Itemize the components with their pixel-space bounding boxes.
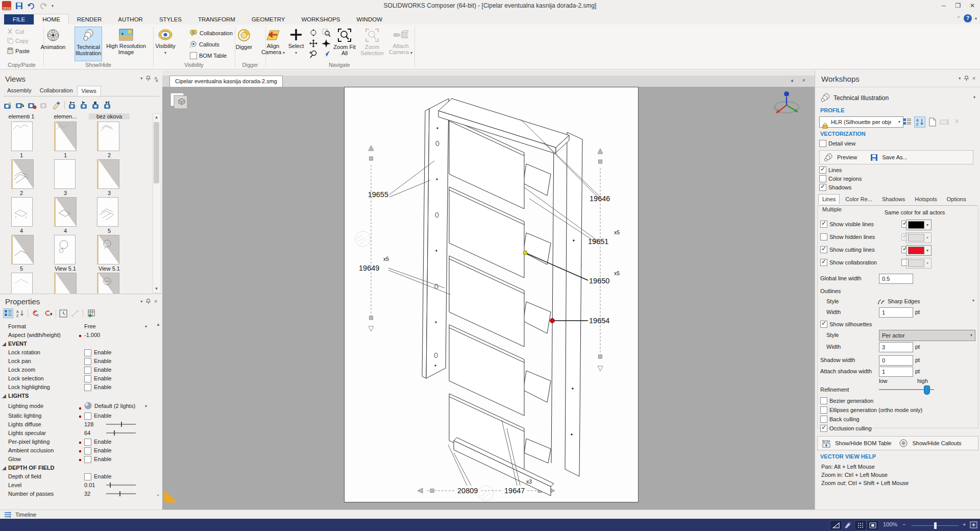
zoom-fit-button[interactable] [968, 520, 979, 529]
create-view-icon[interactable] [3, 101, 12, 109]
zoom-area-icon[interactable] [322, 29, 330, 37]
expand-event-icon[interactable]: E [31, 309, 40, 318]
property-row[interactable]: Aspect (width/height)-1.000 [0, 331, 153, 340]
view-thumbnail[interactable] [97, 122, 119, 151]
per-pixel-lighting-checkbox[interactable] [84, 439, 91, 446]
tab-home[interactable]: HOME [34, 14, 69, 25]
collaboration-toggle[interactable]: Collaboration [190, 30, 233, 36]
outlines-style-combo[interactable]: Sharp Edges [888, 298, 920, 304]
views-tab-views[interactable]: Views [77, 86, 101, 96]
zoom-in-icon[interactable]: + [963, 521, 966, 527]
dof-passes-slider[interactable] [106, 493, 136, 494]
view-caption[interactable]: 3 [89, 190, 130, 196]
bom-table-checkbox[interactable] [190, 52, 197, 59]
back-culling-checkbox[interactable] [820, 416, 827, 423]
timeline-bar[interactable]: Timeline [0, 510, 980, 519]
view-thumbnail[interactable] [97, 235, 119, 264]
tab-author[interactable]: AUTHOR [110, 14, 151, 25]
scroll-up-icon[interactable]: ▲ [153, 114, 160, 121]
view-caption[interactable]: 2 [1, 190, 42, 196]
view-thumbnail[interactable] [11, 273, 33, 294]
paste-button[interactable]: Paste [7, 47, 30, 54]
detail-view-row[interactable]: Detail view [815, 140, 980, 147]
view-thumbnail[interactable] [11, 122, 33, 151]
update-all-views-icon[interactable] [28, 101, 37, 109]
properties-scroll-down-icon[interactable]: ⌄ [156, 491, 160, 497]
workshops-panel-menu-icon[interactable]: ▾ [959, 76, 961, 81]
lights-diffuse-slider[interactable] [106, 424, 136, 425]
property-row[interactable]: FormatFree▾ [0, 322, 153, 331]
properties-panel-close-icon[interactable]: × [154, 299, 157, 304]
view-thumbnail[interactable] [11, 159, 34, 189]
lights-specular-slider[interactable] [106, 432, 136, 433]
animation-button[interactable]: Animation [38, 29, 68, 50]
property-row[interactable]: GlowEnable [0, 455, 153, 464]
lines-checkbox[interactable] [819, 166, 826, 174]
property-row[interactable]: Level0.01 [0, 481, 153, 490]
show-silhouettes-checkbox[interactable] [820, 321, 827, 328]
history-icon[interactable] [59, 309, 68, 318]
callouts-toggle[interactable]: Callouts [190, 41, 219, 47]
property-row[interactable]: Ambient occlusionEnable [0, 446, 153, 455]
static-lighting-checkbox[interactable] [84, 413, 91, 420]
callout-label[interactable]: 19647 [503, 487, 526, 495]
property-row[interactable]: Lock zoomEnable [0, 366, 153, 375]
lock-pan-checkbox[interactable] [84, 358, 91, 365]
view-thumbnail[interactable] [11, 197, 33, 227]
detail-view-checkbox[interactable] [819, 140, 826, 147]
digger-button[interactable]: Digger [229, 29, 259, 50]
views-scrollbar-thumb[interactable] [154, 122, 159, 183]
ambient-occlusion-checkbox[interactable] [84, 447, 91, 454]
view-caption[interactable]: 1 [45, 152, 86, 158]
scroll-down-icon[interactable]: ▼ [153, 285, 160, 293]
silhouettes-style-combo[interactable]: Per actor▾ [879, 330, 975, 341]
back-culling-row[interactable]: Back culling [815, 416, 980, 423]
tabstrip-close2-icon[interactable]: × [802, 77, 805, 83]
fly-icon[interactable] [322, 50, 330, 57]
profile-sort-icon[interactable]: AZ [914, 116, 925, 128]
occlusion-culling-row[interactable]: Occlusion culling [815, 425, 980, 432]
views-panel-pin-icon[interactable] [146, 76, 151, 81]
tabstrip-close-icon[interactable]: × [155, 78, 158, 84]
expand-all-icon[interactable] [43, 309, 53, 318]
timeline-label[interactable]: Timeline [15, 512, 36, 518]
play-first-view-icon[interactable] [68, 101, 77, 109]
tab-options[interactable]: Options [943, 194, 970, 204]
profile-new-icon[interactable] [928, 117, 937, 127]
show-cutting-lines-checkbox[interactable] [820, 246, 827, 253]
refinement-slider[interactable] [879, 389, 934, 390]
properties-panel-menu-icon[interactable]: ▾ [140, 299, 142, 304]
attach-shadow-width-input[interactable]: 1 [879, 367, 913, 377]
show-collaboration-checkbox[interactable] [820, 259, 827, 266]
view-caption[interactable]: 2 [89, 152, 130, 158]
tab-lines[interactable]: Lines [818, 194, 840, 204]
save-as-button[interactable]: Save As... [882, 154, 908, 160]
paint-view-icon[interactable] [52, 101, 61, 109]
dof-level-slider[interactable] [106, 485, 136, 486]
play-view-icon[interactable] [80, 101, 88, 109]
zoom-slider-handle[interactable] [934, 522, 937, 529]
orientation-compass[interactable] [770, 88, 803, 120]
sort-az-icon[interactable]: AZ [16, 309, 24, 318]
workshops-panel-close-icon[interactable]: × [972, 76, 975, 81]
stop-view-icon[interactable] [91, 101, 100, 109]
show-hide-callouts-button[interactable]: Show/Hide Callouts [912, 440, 961, 446]
callout-label[interactable]: 19649 [359, 264, 379, 272]
color-regions-check-row[interactable]: Color regions [815, 175, 980, 182]
cutting-line-color-swatch[interactable]: ▾ [906, 245, 932, 256]
callout-label[interactable]: 20809 [456, 487, 479, 495]
lock-rotation-checkbox[interactable] [84, 349, 91, 356]
view-caption-selected[interactable]: bez okova [89, 113, 130, 119]
occlusion-culling-checkbox[interactable] [820, 425, 827, 432]
property-section-lights[interactable]: LIGHTS [0, 392, 153, 401]
pan-icon[interactable] [309, 39, 317, 47]
callout-label[interactable]: 19651 [588, 237, 608, 246]
view-caption[interactable]: 3 [45, 190, 86, 196]
property-row[interactable]: Lock highlightingEnable [0, 383, 153, 392]
outlines-width-input[interactable]: 1 [879, 307, 913, 318]
view-caption[interactable]: 5 [89, 228, 130, 234]
property-section-event[interactable]: EVENT [0, 340, 153, 349]
color-regions-checkbox[interactable] [819, 175, 826, 182]
ellipses-generation-row[interactable]: Ellipses generation (ortho mode only) [815, 406, 980, 414]
select-button[interactable]: Select▾ [285, 29, 307, 56]
